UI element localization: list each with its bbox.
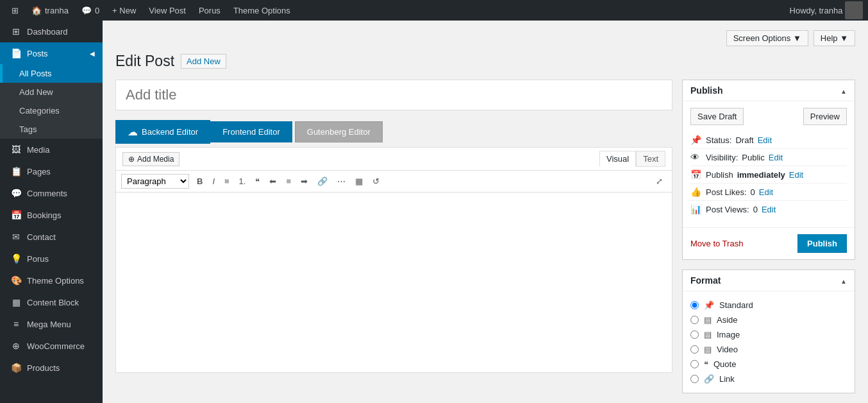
format-video-icon: ▤ [704, 345, 712, 354]
format-link-icon: 🔗 [704, 374, 714, 384]
backend-editor-tab[interactable]: ☁ Backend Editor [115, 120, 210, 144]
format-radio-link[interactable] [690, 375, 699, 383]
format-meta-box-header[interactable]: Format [683, 270, 855, 291]
format-option-quote: ❝ Quote [690, 357, 847, 372]
add-media-button[interactable]: ⊕ Add Media [122, 152, 179, 166]
adminbar-site[interactable]: 🏠 tranha [25, 0, 75, 21]
sidebar-item-tags[interactable]: Tags [0, 120, 103, 139]
sidebar-item-media[interactable]: 🖼 Media [0, 139, 103, 160]
sidebar-item-pages[interactable]: 📋 Pages [0, 160, 103, 182]
post-title-input[interactable] [115, 80, 672, 110]
post-likes-edit-link[interactable]: Edit [759, 187, 773, 197]
save-draft-button[interactable]: Save Draft [690, 108, 744, 125]
comment-count: 0 [95, 6, 99, 15]
format-radio-video[interactable] [690, 345, 699, 354]
publish-meta-box-header[interactable]: Publish [683, 80, 855, 101]
adminbar-comments[interactable]: 💬 0 [75, 0, 106, 21]
sidebar-item-posts[interactable]: 📄 Posts ◀ [0, 42, 103, 64]
adminbar-new[interactable]: + New [106, 0, 142, 21]
sidebar-item-all-posts[interactable]: All Posts [0, 64, 103, 83]
format-radio-quote[interactable] [690, 360, 699, 368]
sidebar-item-contact[interactable]: ✉ Contact [0, 226, 103, 248]
format-option-video: ▤ Video [690, 342, 847, 357]
editor-toolbar-top: ⊕ Add Media Visual Text [116, 148, 672, 171]
format-radio-aside[interactable] [690, 316, 699, 324]
sidebar-item-content-block[interactable]: ▦ Content Block [0, 291, 103, 313]
adminbar-theme-options[interactable]: Theme Options [227, 0, 297, 21]
status-edit-link[interactable]: Edit [758, 135, 772, 145]
sidebar-item-comments[interactable]: 💬 Comments [0, 182, 103, 204]
status-label: Status: [706, 135, 731, 145]
sidebar: ⊞ Dashboard 📄 Posts ◀ All Posts Add New … [0, 21, 103, 403]
visual-tab[interactable]: Visual [599, 151, 636, 167]
visibility-label: Visibility: [706, 153, 738, 162]
post-views-edit-link[interactable]: Edit [762, 205, 776, 214]
preview-button[interactable]: Preview [803, 108, 847, 125]
sidebar-item-bookings[interactable]: 📅 Bookings [0, 204, 103, 226]
ol-button[interactable]: 1. [235, 175, 250, 188]
sidebar-item-porus[interactable]: 💡 Porus [0, 248, 103, 270]
move-to-trash-link[interactable]: Move to Trash [690, 239, 743, 248]
add-new-button[interactable]: Add New [181, 54, 226, 69]
table-button[interactable]: ▦ [351, 175, 367, 188]
adminbar-view-post[interactable]: View Post [142, 0, 192, 21]
format-radio-standard[interactable] [690, 301, 699, 309]
post-views-value: 0 [753, 205, 758, 214]
paragraph-select[interactable]: Paragraph Heading 1 Heading 2 Heading 3 … [121, 174, 189, 189]
fullscreen-button[interactable]: ⤢ [652, 175, 667, 188]
italic-button[interactable]: I [208, 175, 219, 188]
align-left-button[interactable]: ⬅ [265, 175, 280, 188]
sidebar-label-products: Products [27, 363, 60, 373]
clear-button[interactable]: ↺ [369, 175, 383, 188]
format-quote-label: Quote [714, 359, 736, 369]
blockquote-button[interactable]: ❝ [251, 175, 263, 188]
sidebar-label-woocommerce: WooCommerce [27, 341, 85, 351]
screen-options-button[interactable]: Screen Options ▼ [726, 30, 808, 46]
more-button[interactable]: ⋯ [333, 175, 349, 188]
editor-body[interactable] [116, 193, 672, 372]
adminbar-wp-logo[interactable]: ⊞ [5, 0, 25, 21]
align-right-button[interactable]: ➡ [297, 175, 312, 188]
align-center-button[interactable]: ≡ [282, 175, 295, 188]
sidebar-item-add-new[interactable]: Add New [0, 83, 103, 101]
sidebar-label-comments: Comments [27, 189, 67, 198]
sidebar-item-woocommerce[interactable]: ⊕ WooCommerce [0, 335, 103, 357]
frontend-editor-tab[interactable]: Frontend Editor [210, 121, 292, 142]
gutenberg-editor-tab[interactable]: Gutenberg Editor [295, 121, 383, 142]
format-option-link: 🔗 Link [690, 372, 847, 386]
format-quote-icon: ❝ [704, 359, 708, 369]
publish-button[interactable]: Publish [797, 234, 847, 253]
status-value: Draft [735, 135, 753, 145]
sidebar-item-categories[interactable]: Categories [0, 101, 103, 120]
publish-time-edit-link[interactable]: Edit [789, 170, 803, 180]
sidebar-item-theme-options[interactable]: 🎨 Theme Options [0, 270, 103, 291]
visual-text-tabs: Visual Text [599, 151, 665, 167]
post-views-row: 📊 Post Views: 0 Edit [690, 201, 847, 218]
link-button[interactable]: 🔗 [313, 175, 331, 188]
edit-area: ☁ Backend Editor Frontend Editor Gutenbe… [115, 80, 855, 403]
adminbar-user[interactable]: Howdy, tranha [790, 1, 863, 19]
sidebar-label-porus: Porus [27, 254, 49, 264]
visibility-edit-link[interactable]: Edit [769, 153, 783, 162]
format-radio-image[interactable] [690, 330, 699, 339]
sidebar-item-products[interactable]: 📦 Products [0, 357, 103, 379]
sidebar-item-dashboard[interactable]: ⊞ Dashboard [0, 21, 103, 42]
home-icon: 🏠 [31, 6, 42, 15]
sidebar-label-mega-menu: Mega Menu [27, 320, 71, 329]
sidebar-item-mega-menu[interactable]: ≡ Mega Menu [0, 313, 103, 335]
adminbar-porus[interactable]: Porus [192, 0, 227, 21]
page-header: Edit Post Add New [115, 53, 855, 70]
sidebar-label-all-posts: All Posts [19, 69, 52, 78]
help-button[interactable]: Help ▼ [814, 30, 855, 46]
post-likes-row: 👍 Post Likes: 0 Edit [690, 184, 847, 201]
format-box-title: Format [690, 275, 721, 286]
bold-button[interactable]: B [193, 175, 206, 188]
format-collapse-icon [840, 276, 847, 286]
add-media-icon: ⊕ [128, 155, 135, 164]
text-tab[interactable]: Text [636, 151, 665, 167]
publish-time-icon: 📅 [690, 169, 702, 180]
post-views-label: Post Views: [706, 205, 749, 214]
format-option-aside: ▤ Aside [690, 313, 847, 327]
right-sidebar: Publish Save Draft Preview 📌 Status: [682, 80, 855, 403]
ul-button[interactable]: ≡ [221, 175, 233, 188]
